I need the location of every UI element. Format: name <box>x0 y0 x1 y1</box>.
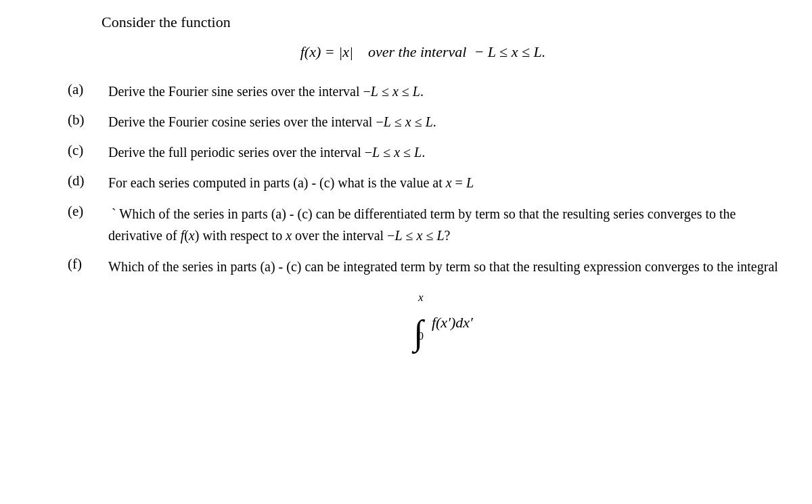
part-c: (c) Derive the full periodic series over… <box>68 142 778 163</box>
text-f: Which of the series in parts (a) - (c) c… <box>108 256 778 352</box>
label-a: (a) <box>68 81 108 98</box>
integral-display: ∫ x 0 f(x′)dx′ <box>108 294 778 352</box>
function-definition: f(x) = |x| over the interval − L ≤ x ≤ L… <box>68 43 778 61</box>
label-f: (f) <box>68 256 108 273</box>
intro-text: Consider the function <box>102 14 778 31</box>
text-b: Derive the Fourier cosine series over th… <box>108 112 778 133</box>
text-c: Derive the full periodic series over the… <box>108 142 778 163</box>
text-d: For each series computed in parts (a) - … <box>108 173 778 193</box>
problem-list: (a) Derive the Fourier sine series over … <box>68 81 778 352</box>
text-e: ` Which of the series in parts (a) - (c)… <box>108 203 778 246</box>
integral-integrand: f(x′)dx′ <box>432 311 473 334</box>
label-d: (d) <box>68 173 108 189</box>
intro-label: Consider the function <box>102 14 231 30</box>
part-b: (b) Derive the Fourier cosine series ove… <box>68 112 778 133</box>
part-f: (f) Which of the series in parts (a) - (… <box>68 256 778 352</box>
page-content: Consider the function f(x) = |x| over th… <box>68 14 778 352</box>
part-e: (e) ` Which of the series in parts (a) -… <box>68 203 778 246</box>
function-math: f(x) = |x| over the interval − L ≤ x ≤ L… <box>300 43 546 60</box>
part-a: (a) Derive the Fourier sine series over … <box>68 81 778 102</box>
integral-lower-limit: 0 <box>418 327 424 345</box>
integral-expression: ∫ x 0 f(x′)dx′ <box>413 294 473 350</box>
text-a: Derive the Fourier sine series over the … <box>108 81 778 102</box>
part-d: (d) For each series computed in parts (a… <box>68 173 778 193</box>
label-e: (e) <box>68 203 108 220</box>
label-c: (c) <box>68 142 108 159</box>
integral-upper-limit: x <box>418 288 424 306</box>
label-b: (b) <box>68 112 108 129</box>
